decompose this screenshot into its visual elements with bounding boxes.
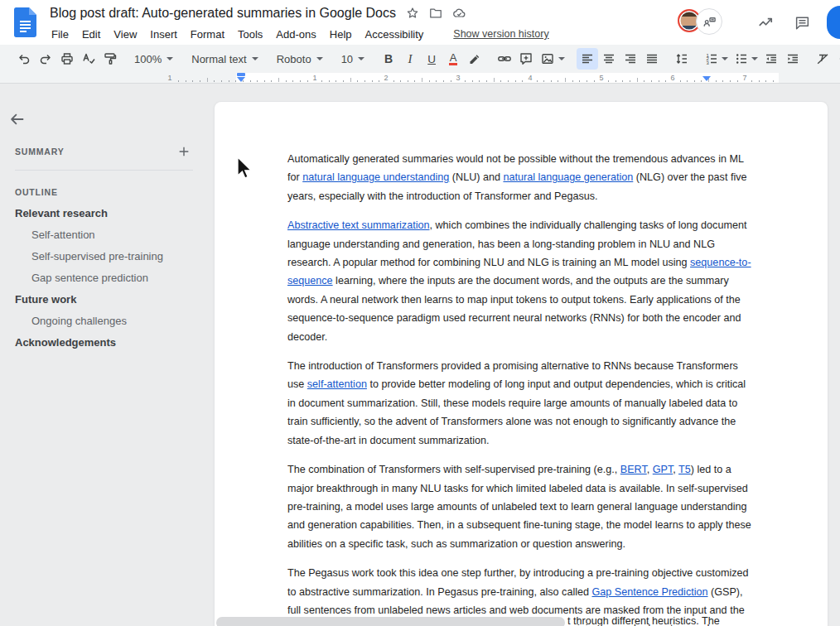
move-folder-icon[interactable] <box>429 7 442 20</box>
ruler-number: 1 <box>167 74 171 82</box>
close-outline-button[interactable] <box>7 108 28 130</box>
undo-button[interactable] <box>13 48 35 70</box>
justify-button[interactable] <box>641 48 663 70</box>
doc-link[interactable]: Gap Sentence Prediction <box>592 586 708 598</box>
increase-indent-button[interactable] <box>782 48 804 70</box>
align-center-button[interactable] <box>598 48 620 70</box>
insert-image-button[interactable] <box>537 48 568 70</box>
underline-button[interactable]: U <box>421 48 442 70</box>
bulleted-list-button[interactable] <box>731 48 760 70</box>
outline-item[interactable]: Future work <box>0 289 199 311</box>
google-docs-window: Blog post draft: Auto-generated summarie… <box>0 0 840 626</box>
highlight-color-button[interactable] <box>464 48 485 70</box>
add-summary-button[interactable] <box>176 143 192 160</box>
text-color-button[interactable]: A <box>442 48 464 70</box>
numbered-list-button[interactable]: 1 2 3 <box>701 48 731 70</box>
outline-item[interactable]: Gap sentence prediction <box>0 267 199 289</box>
menu-item-insert[interactable]: Insert <box>143 26 184 42</box>
doc-link[interactable]: natural language generation <box>503 171 633 183</box>
ruler-number: 3 <box>456 74 460 82</box>
doc-link[interactable]: BERT <box>620 464 647 475</box>
outline-list: Relevant researchSelf-attentionSelf-supe… <box>0 203 199 354</box>
doc-link[interactable]: T5 <box>678 464 691 475</box>
align-left-button[interactable] <box>577 48 598 70</box>
voice-typing-icon[interactable] <box>833 48 840 70</box>
doc-link[interactable]: natural language understanding <box>302 171 449 183</box>
menu-item-view[interactable]: View <box>107 26 143 42</box>
chevron-down-icon <box>558 57 565 60</box>
line-spacing-button[interactable] <box>671 48 693 70</box>
menu-item-add-ons[interactable]: Add-ons <box>269 26 322 42</box>
document-page[interactable]: Automatically generated summaries would … <box>215 102 828 626</box>
paragraph: The introduction of Transformers provide… <box>287 357 755 450</box>
outline-item[interactable]: Relevant research <box>0 203 199 224</box>
svg-text:3: 3 <box>706 60 709 65</box>
doc-body: Automatically generated summaries would … <box>215 102 828 626</box>
outline-item[interactable]: Self-supervised pre-training <box>0 246 199 267</box>
outline-item[interactable]: Acknowledgements <box>0 332 199 354</box>
left-indent-marker[interactable] <box>237 77 245 82</box>
decrease-indent-button[interactable] <box>760 48 782 70</box>
app-header: Blog post draft: Auto-generated summarie… <box>0 0 840 45</box>
activity-dashboard-icon[interactable] <box>756 12 775 32</box>
doc-link[interactable]: Abstractive text summarization <box>287 219 429 231</box>
version-history-link[interactable]: Show version history <box>453 28 548 40</box>
insert-link-button[interactable] <box>494 48 515 70</box>
doc-link[interactable]: GPT <box>653 464 673 475</box>
text-run: (NLU) and <box>449 171 503 183</box>
menu-item-tools[interactable]: Tools <box>231 26 269 42</box>
ruler-track: 11234567 <box>0 73 840 83</box>
document-canvas: SUMMARY OUTLINE Relevant researchSelf-at… <box>0 84 840 626</box>
docs-logo-icon[interactable] <box>14 7 36 37</box>
paint-format-button[interactable] <box>99 48 121 70</box>
paragraph: Abstractive text summarization, which co… <box>287 216 755 346</box>
paragraph-style-select[interactable]: Normal text <box>186 48 263 70</box>
chevron-down-icon <box>167 57 173 60</box>
ruler-number: 7 <box>742 74 746 82</box>
spellcheck-button[interactable] <box>78 48 99 70</box>
menu-item-format[interactable]: Format <box>184 26 231 42</box>
horizontal-ruler[interactable]: 11234567 <box>0 73 840 84</box>
document-title[interactable]: Blog post draft: Auto-generated summarie… <box>50 6 396 21</box>
menu-bar: FileEditViewInsertFormatToolsAdd-onsHelp… <box>50 25 549 43</box>
share-button[interactable] <box>827 6 840 39</box>
doc-link[interactable]: self-attention <box>307 378 367 390</box>
redo-button[interactable] <box>35 48 56 70</box>
ruler-number: 4 <box>528 74 532 82</box>
clear-formatting-button[interactable] <box>812 48 833 70</box>
font-size-select[interactable]: 10 <box>336 48 369 70</box>
mouse-cursor <box>235 156 255 183</box>
chevron-down-icon <box>316 57 323 60</box>
zoom-select[interactable]: 100% <box>129 48 178 70</box>
ruler-number: 6 <box>670 74 674 82</box>
text-run: The combination of Transformers with sel… <box>287 464 620 475</box>
first-line-indent-marker[interactable] <box>237 73 245 76</box>
paragraph: Automatically generated summaries would … <box>287 150 755 205</box>
outline-item[interactable]: Self-attention <box>0 224 199 246</box>
right-indent-marker[interactable] <box>702 76 711 81</box>
italic-button[interactable]: I <box>399 48 421 70</box>
paragraph: The combination of Transformers with sel… <box>287 460 755 553</box>
chevron-down-icon <box>252 57 258 60</box>
add-comment-button[interactable] <box>515 48 537 70</box>
menu-item-help[interactable]: Help <box>323 26 359 42</box>
text-run: learning, where the inputs are the docum… <box>287 275 741 342</box>
comments-icon[interactable] <box>792 12 812 32</box>
ruler-number: 2 <box>384 74 388 82</box>
outline-item[interactable]: Ongoing challenges <box>0 311 199 332</box>
menu-item-file[interactable]: File <box>50 26 75 42</box>
presenting-badge-icon[interactable] <box>696 8 722 35</box>
align-right-button[interactable] <box>620 48 641 70</box>
formatting-toolbar: 100% Normal text Roboto 10 B I U A <box>0 45 840 73</box>
bold-button[interactable]: B <box>378 48 399 70</box>
menu-item-accessibility[interactable]: Accessibility <box>359 26 431 42</box>
print-button[interactable] <box>56 48 78 70</box>
ruler-number: 1 <box>312 74 316 82</box>
font-family-select[interactable]: Roboto <box>272 48 328 70</box>
star-icon[interactable] <box>406 7 419 20</box>
text-run: ) led to a major breakthrough in many NL… <box>287 464 751 550</box>
cloud-status-icon[interactable] <box>452 7 466 20</box>
outline-heading: OUTLINE <box>15 187 58 197</box>
menu-item-edit[interactable]: Edit <box>75 26 107 42</box>
summary-heading: SUMMARY <box>15 147 64 156</box>
